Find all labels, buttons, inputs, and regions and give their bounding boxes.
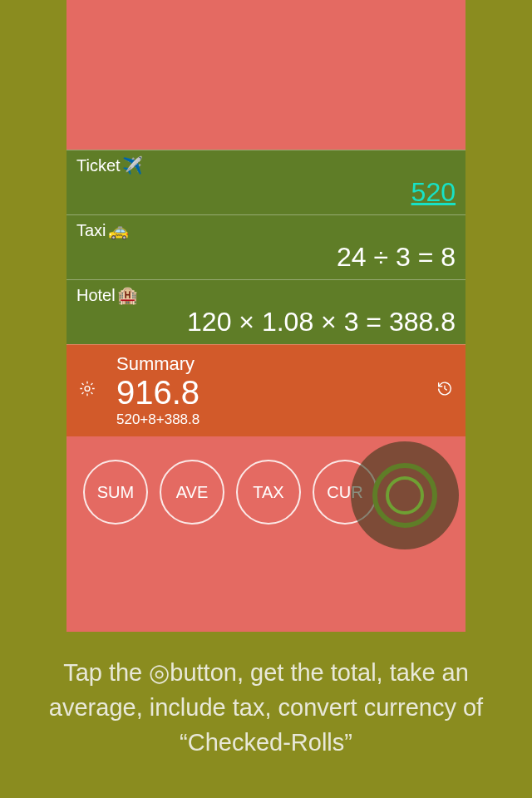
hotel-icon: 🏨 bbox=[117, 285, 138, 305]
row-value: 520 bbox=[76, 177, 456, 208]
summary-expression: 520+8+388.8 bbox=[116, 411, 454, 428]
operation-bar: SUM AVE TAX CUR bbox=[66, 436, 466, 561]
summary-title: Summary bbox=[116, 353, 454, 375]
summary-panel: Summary 916.8 520+8+388.8 bbox=[66, 344, 466, 436]
row-label: Ticket ✈️ bbox=[76, 155, 456, 175]
sum-button[interactable]: SUM bbox=[83, 460, 148, 525]
row-label-text: Hotel bbox=[76, 286, 116, 305]
expense-row-hotel[interactable]: Hotel 🏨 120 × 1.08 × 3 = 388.8 bbox=[66, 279, 466, 344]
taxi-icon: 🚕 bbox=[108, 220, 129, 240]
airplane-icon: ✈️ bbox=[122, 155, 143, 175]
row-label: Taxi 🚕 bbox=[76, 220, 456, 240]
expense-row-taxi[interactable]: Taxi 🚕 24 ÷ 3 = 8 bbox=[66, 214, 466, 279]
summary-total: 916.8 bbox=[116, 375, 454, 410]
tax-button[interactable]: TAX bbox=[236, 460, 301, 525]
row-label-text: Ticket bbox=[76, 156, 121, 175]
ring-button[interactable] bbox=[351, 441, 459, 549]
expense-row-ticket[interactable]: Ticket ✈️ 520 bbox=[66, 150, 466, 214]
history-button[interactable] bbox=[436, 380, 454, 402]
ave-button[interactable]: AVE bbox=[160, 460, 224, 525]
ring-icon bbox=[372, 463, 437, 528]
promo-caption: Tap the ◎button, get the total, take an … bbox=[17, 655, 515, 760]
svg-point-0 bbox=[85, 387, 90, 392]
row-value: 24 ÷ 3 = 8 bbox=[76, 242, 456, 273]
top-spacer bbox=[66, 0, 466, 150]
ring-icon-inner bbox=[386, 476, 424, 515]
settings-button[interactable] bbox=[78, 380, 96, 402]
row-label: Hotel 🏨 bbox=[76, 285, 456, 305]
row-label-text: Taxi bbox=[76, 221, 106, 240]
app-screen: Ticket ✈️ 520 Taxi 🚕 24 ÷ 3 = 8 Hotel 🏨 … bbox=[66, 0, 466, 632]
row-value: 120 × 1.08 × 3 = 388.8 bbox=[76, 307, 456, 337]
gear-icon bbox=[78, 380, 96, 398]
history-icon bbox=[436, 380, 454, 398]
